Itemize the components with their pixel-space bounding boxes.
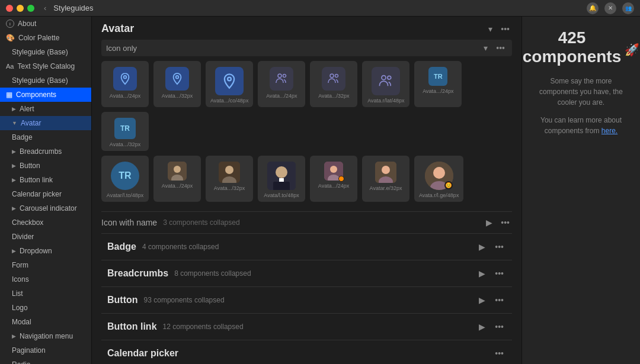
sidebar-item-badge[interactable]: Badge — [0, 130, 91, 144]
sidebar-item-text-style-catalog[interactable]: Aa Text Style Catalog — [0, 59, 91, 73]
sidebar-label-icons: Icons — [12, 275, 29, 284]
chevron-alert: ▶ — [12, 106, 16, 112]
avatar-icon-1 — [165, 67, 189, 91]
bell-icon[interactable]: 🔔 — [587, 2, 599, 14]
svg-point-2 — [228, 78, 231, 81]
avatar-card-3[interactable]: Avata.../24px — [258, 61, 305, 107]
sidebar-item-navigation-menu[interactable]: ▶ Navigation menu — [0, 329, 91, 343]
icon-with-name-expand-btn[interactable]: ▶ — [484, 217, 495, 228]
sidebar-item-button-link[interactable]: ▶ Button link — [0, 173, 91, 187]
sidebar-item-color-palette[interactable]: 🎨 Color Palette — [0, 31, 91, 45]
avatar-icon-0 — [113, 67, 137, 91]
icon-with-name-menu-btn[interactable]: ••• — [498, 217, 512, 228]
icon-only-controls: ▾ ••• — [481, 42, 507, 54]
sidebar-item-divider[interactable]: Divider — [0, 230, 91, 244]
sidebar-item-alert[interactable]: ▶ Alert — [0, 102, 91, 116]
sidebar-item-button[interactable]: ▶ Button — [0, 159, 91, 173]
badge-count: 4 components collapsed — [142, 243, 219, 251]
avatar-card-r2-2[interactable]: Avata.../32px — [206, 156, 253, 202]
avatar-label-6: Avata.../24px — [423, 88, 453, 94]
sidebar-item-carousel-indicator[interactable]: ▶ Carousel indicator — [0, 201, 91, 215]
breadcrumbs-section[interactable]: Breadcrumbs 8 components collapsed ▶ ••• — [101, 260, 512, 286]
close-button[interactable] — [6, 5, 13, 12]
icon-with-name-row[interactable]: Icon with name 3 components collapsed ▶ … — [101, 211, 512, 233]
sidebar-item-avatar[interactable]: ▼ Avatar — [0, 116, 91, 130]
avatar-photo-1 — [168, 162, 187, 181]
avatar-card-0[interactable]: Avata.../24px — [101, 61, 149, 107]
button-expand-btn[interactable]: ▶ — [476, 294, 488, 306]
avatar-card-r2-6[interactable]: 😊 Avata.r/l.ge/48px — [414, 156, 463, 202]
sidebar-item-form[interactable]: Form — [0, 258, 91, 272]
avatar-card-5[interactable]: Avata.r/lat/48px — [362, 61, 409, 107]
avatar-card-r2-5[interactable]: Avatar.e/32px — [362, 156, 409, 202]
badge-section[interactable]: Badge 4 components collapsed ▶ ••• — [101, 233, 512, 260]
back-icon[interactable]: ‹ — [44, 4, 46, 12]
avatar-photo-4 — [324, 162, 343, 181]
button-link-expand-btn[interactable]: ▶ — [476, 321, 488, 333]
sidebar-item-styleguide-base-2[interactable]: Styleguide (Base) — [0, 73, 91, 88]
badge-expand-btn[interactable]: ▶ — [476, 241, 488, 253]
avatar-card-r2-1[interactable]: Avata.../24px — [153, 156, 201, 202]
svg-rect-18 — [279, 178, 284, 182]
avatar-label-r2-3: Avata/l.to/48px — [264, 192, 299, 198]
badge-menu-btn[interactable]: ••• — [492, 241, 506, 253]
sidebar-item-icons[interactable]: Icons — [0, 272, 91, 286]
maximize-button[interactable] — [27, 5, 34, 12]
sidebar-item-logo[interactable]: Logo — [0, 301, 91, 315]
sidebar-label-list: List — [12, 289, 23, 298]
close-circle-icon[interactable]: ✕ — [604, 2, 616, 14]
avatar-menu-btn[interactable]: ••• — [498, 23, 512, 35]
content-area: Avatar ▾ ••• Icon only ▾ ••• — [92, 17, 521, 364]
svg-point-10 — [174, 166, 181, 173]
sidebar-item-list[interactable]: List — [0, 286, 91, 301]
avatar-multi-icon[interactable]: 👥 — [622, 2, 634, 14]
sidebar-item-styleguide-base-1[interactable]: Styleguide (Base) — [0, 45, 91, 59]
svg-point-3 — [278, 74, 281, 78]
button-section[interactable]: Button 93 components collapsed ▶ ••• — [101, 286, 512, 313]
calendar-picker-right: ••• — [492, 347, 506, 359]
sidebar-item-breadcrumbs[interactable]: ▶ Breadcrumbs — [0, 144, 91, 159]
avatar-card-r2-0[interactable]: TR Avatar/l.to/48px — [101, 156, 149, 202]
avatar-card-r2-4[interactable]: Avata.../24px — [310, 156, 357, 202]
rp-link[interactable]: here. — [601, 127, 617, 135]
sidebar-label-logo: Logo — [12, 304, 28, 312]
sidebar-label-calendar-picker: Calendar picker — [12, 190, 62, 198]
avatar-card-r2-3[interactable]: Avata/l.to/48px — [258, 156, 305, 202]
minimize-button[interactable] — [17, 5, 24, 12]
main-layout: i About 🎨 Color Palette Styleguide (Base… — [0, 17, 640, 364]
avatar-initials-large: TR — [111, 162, 139, 190]
avatar-card-1[interactable]: Avata.../32px — [153, 61, 201, 107]
grid-icon: ▦ — [6, 91, 12, 99]
sidebar-item-modal[interactable]: Modal — [0, 315, 91, 329]
icon-with-name-title: Icon with name — [101, 218, 157, 227]
calendar-picker-section[interactable]: Calendar picker ••• — [101, 340, 512, 364]
sidebar-label-components: Components — [16, 91, 56, 99]
breadcrumbs-expand-btn[interactable]: ▶ — [476, 268, 488, 279]
calendar-picker-menu-btn[interactable]: ••• — [492, 347, 506, 359]
sidebar-item-calendar-picker[interactable]: Calendar picker — [0, 187, 91, 201]
sidebar-item-dropdown[interactable]: ▶ Dropdown — [0, 244, 91, 258]
avatar-card-6[interactable]: TR Avata.../24px — [414, 61, 462, 107]
avatar-photo-5 — [375, 162, 396, 183]
sidebar-item-checkbox[interactable]: Checkbox — [0, 215, 91, 230]
icon-only-menu-btn[interactable]: ••• — [494, 42, 507, 54]
avatar-card-7[interactable]: TR Avata.../32px — [101, 112, 149, 151]
icon-only-collapse-btn[interactable]: ▾ — [481, 42, 490, 54]
avatar-label-7: Avata.../32px — [110, 141, 140, 147]
button-link-section[interactable]: Button link 12 components collapsed ▶ ••… — [101, 313, 512, 340]
sidebar-item-radio[interactable]: Radio — [0, 357, 91, 364]
sidebar-label-navigation-menu: Navigation menu — [20, 332, 73, 340]
avatar-card-2[interactable]: Avata.../co/48px — [206, 61, 253, 107]
sidebar-label-button: Button — [20, 162, 40, 170]
sidebar-item-about[interactable]: i About — [0, 17, 91, 31]
button-link-menu-btn[interactable]: ••• — [492, 321, 506, 333]
breadcrumbs-menu-btn[interactable]: ••• — [492, 268, 506, 279]
avatar-label-4: Avata.../32px — [318, 93, 349, 99]
icon-with-name-controls: ▶ ••• — [484, 217, 512, 228]
sidebar-label-divider: Divider — [12, 233, 34, 241]
avatar-card-4[interactable]: Avata.../32px — [310, 61, 357, 107]
button-menu-btn[interactable]: ••• — [492, 294, 506, 306]
sidebar-item-components[interactable]: ▦ Components — [0, 88, 91, 102]
avatar-collapse-btn[interactable]: ▾ — [486, 23, 495, 35]
sidebar-item-pagination[interactable]: Pagination — [0, 343, 91, 357]
